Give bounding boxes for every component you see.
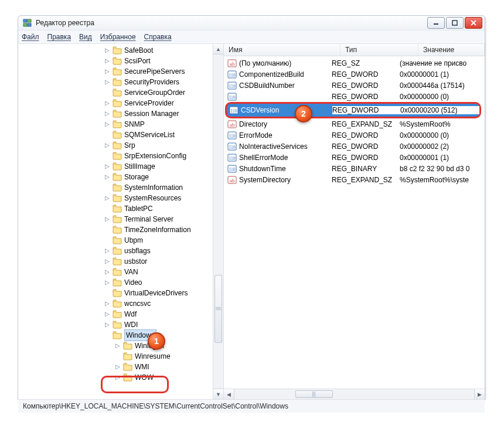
arrow-right-icon[interactable]: ▷: [114, 375, 121, 381]
menu-view[interactable]: Вид: [79, 33, 92, 41]
arrow-right-icon[interactable]: ▷: [104, 269, 110, 275]
tree-item[interactable]: ▷Srp: [18, 140, 223, 151]
tree-item[interactable]: ▷Terminal Server: [18, 214, 223, 224]
value-row[interactable]: 110CSDVersionREG_DWORD0x00000200 (512): [225, 102, 481, 118]
arrow-right-icon[interactable]: ▷: [104, 311, 110, 318]
arrow-right-icon[interactable]: ▷: [104, 258, 110, 265]
tree-item[interactable]: Ubpm: [18, 235, 223, 246]
blank-icon[interactable]: [104, 206, 110, 212]
titlebar[interactable]: Редактор реестра: [18, 16, 485, 30]
arrow-right-icon[interactable]: ▷: [104, 47, 110, 54]
tree-item[interactable]: ▷usbstor: [18, 256, 223, 267]
arrow-right-icon[interactable]: ▷: [104, 248, 110, 254]
hscroll-thumb[interactable]: [295, 390, 333, 398]
minimize-button[interactable]: [427, 17, 445, 29]
maximize-button[interactable]: [446, 17, 464, 29]
tree-item[interactable]: ▷WOW: [18, 372, 223, 383]
blank-icon[interactable]: [104, 227, 110, 233]
arrow-right-icon[interactable]: ▷: [114, 343, 121, 349]
tree-item[interactable]: SQMServiceList: [18, 130, 223, 140]
values-pane[interactable]: Имя Тип Значение ab(По умолчанию)REG_SZ(…: [224, 44, 485, 399]
tree-item[interactable]: ▷Session Manager: [18, 108, 223, 119]
tree-item[interactable]: ▷SNMP: [18, 119, 223, 130]
value-row[interactable]: abSystemDirectoryREG_EXPAND_SZ%SystemRoo…: [224, 174, 485, 185]
blank-icon[interactable]: [114, 353, 121, 360]
tree-scrollbar[interactable]: ▲ ▼: [213, 44, 223, 399]
value-row[interactable]: 110ShutdownTimeREG_BINARYb8 c2 f2 32 90 …: [224, 163, 485, 174]
tree-item[interactable]: ▷ServiceProvider: [18, 98, 223, 108]
col-name[interactable]: Имя: [224, 44, 340, 56]
col-data[interactable]: Значение: [418, 44, 485, 56]
value-row[interactable]: 110ErrorModeREG_DWORD0x00000000 (0): [224, 130, 485, 141]
blank-icon[interactable]: [104, 153, 110, 159]
arrow-right-icon[interactable]: ▷: [104, 69, 110, 75]
value-row[interactable]: 110ShellErrorModeREG_DWORD0x00000001 (1): [224, 152, 485, 163]
blank-icon[interactable]: [104, 90, 110, 96]
blank-icon[interactable]: [104, 290, 110, 297]
folder-icon: [113, 289, 122, 297]
arrow-right-icon[interactable]: ▷: [104, 322, 110, 328]
tree-item[interactable]: ▷WMI: [18, 362, 223, 372]
arrow-right-icon[interactable]: ▷: [104, 301, 110, 307]
blank-icon[interactable]: [104, 237, 110, 244]
tree-item[interactable]: ▷Video: [18, 277, 223, 288]
arrow-right-icon[interactable]: ▷: [104, 58, 110, 64]
list-hscrollbar[interactable]: ◀ ▶: [224, 389, 485, 399]
arrow-right-icon[interactable]: ▷: [104, 121, 110, 128]
tree-item[interactable]: ▷ScsiPort: [18, 56, 223, 66]
arrow-right-icon[interactable]: ▷: [104, 280, 110, 286]
tree-item[interactable]: ▷SecurePipeServers: [18, 66, 223, 77]
tree-item[interactable]: ▷Wdf: [18, 309, 223, 319]
arrow-right-icon[interactable]: ▷: [104, 164, 110, 170]
tree-item[interactable]: ▷SystemResources: [18, 193, 223, 203]
tree-item[interactable]: ▷StillImage: [18, 161, 223, 172]
tree-item[interactable]: SystemInformation: [18, 182, 223, 193]
value-row[interactable]: 110REG_DWORD0x00000000 (0): [224, 91, 485, 102]
value-row[interactable]: 110ComponentizedBuildREG_DWORD0x00000001…: [224, 69, 485, 80]
arrow-right-icon[interactable]: ▷: [104, 216, 110, 223]
tree-pane[interactable]: ▷SafeBoot▷ScsiPort▷SecurePipeServers▷Sec…: [18, 44, 224, 399]
tree-item[interactable]: ▷SafeBoot: [18, 45, 223, 56]
value-row[interactable]: 110NoInteractiveServicesREG_DWORD0x00000…: [224, 141, 485, 152]
tree-item[interactable]: Winresume: [18, 351, 223, 362]
hscroll-right-icon[interactable]: ▶: [474, 389, 485, 399]
tree-item[interactable]: ▷wcncsvc: [18, 298, 223, 309]
arrow-right-icon[interactable]: ▷: [114, 364, 121, 370]
scroll-thumb[interactable]: [214, 275, 222, 343]
menu-edit[interactable]: Правка: [47, 33, 71, 41]
menu-favorites[interactable]: Избранное: [100, 33, 136, 41]
tree-item-label: WMI: [135, 362, 149, 372]
blank-icon[interactable]: [104, 185, 110, 191]
tree-item[interactable]: ▷Storage: [18, 172, 223, 182]
value-row[interactable]: abDirectoryREG_EXPAND_SZ%SystemRoot%: [224, 118, 485, 130]
col-type[interactable]: Тип: [340, 44, 418, 56]
blank-icon[interactable]: [104, 332, 110, 339]
tree-item[interactable]: ServiceGroupOrder: [18, 87, 223, 98]
tree-item[interactable]: VirtualDeviceDrivers: [18, 288, 223, 298]
arrow-right-icon[interactable]: ▷: [104, 79, 110, 86]
column-headers[interactable]: Имя Тип Значение: [224, 44, 485, 56]
hscroll-left-icon[interactable]: ◀: [224, 389, 234, 399]
arrow-right-icon[interactable]: ▷: [104, 142, 110, 149]
tree-item[interactable]: Windows: [18, 330, 223, 341]
arrow-right-icon[interactable]: ▷: [104, 100, 110, 107]
value-row[interactable]: 110CSDBuildNumberREG_DWORD0x0000446a (17…: [224, 80, 485, 91]
tree-item[interactable]: TabletPC: [18, 203, 223, 214]
tree-item[interactable]: ▷VAN: [18, 267, 223, 277]
arrow-right-icon[interactable]: ▷: [104, 195, 110, 202]
close-button[interactable]: [465, 17, 482, 29]
tree-item[interactable]: ▷usbflags: [18, 246, 223, 256]
tree-item[interactable]: ▷Winlogon: [18, 341, 223, 351]
tree-item[interactable]: ▷SecurityProviders: [18, 77, 223, 87]
tree-item[interactable]: ▷WDI: [18, 319, 223, 330]
tree-item[interactable]: TimeZoneInformation: [18, 224, 223, 235]
menu-help[interactable]: Справка: [144, 33, 172, 41]
tree-item[interactable]: SrpExtensionConfig: [18, 151, 223, 161]
arrow-right-icon[interactable]: ▷: [104, 174, 110, 181]
value-row[interactable]: ab(По умолчанию)REG_SZ(значение не присв…: [224, 57, 485, 69]
scroll-up-icon[interactable]: ▲: [213, 44, 223, 55]
blank-icon[interactable]: [104, 132, 110, 138]
arrow-right-icon[interactable]: ▷: [104, 111, 110, 117]
scroll-down-icon[interactable]: ▼: [213, 389, 223, 399]
menu-file[interactable]: Файл: [22, 33, 39, 41]
